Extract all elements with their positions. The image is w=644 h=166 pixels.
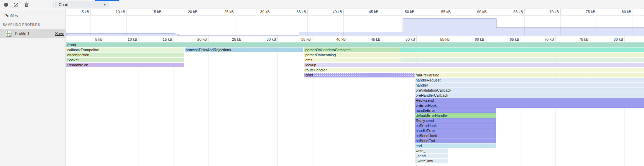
ruler-tick [343, 9, 344, 15]
chevron-down-icon: ▼ [103, 3, 106, 6]
ruler-tick-label: 60 kB [464, 37, 484, 41]
ruler-tick [208, 36, 209, 42]
profile-list-item[interactable]: % Profile 1 Save [0, 29, 66, 38]
profiles-sidebar: Profiles SAMPLING PROFILES % Profile 1 S… [0, 9, 66, 166]
ruler-tick-label: 60 kB [466, 10, 487, 14]
ruler-tick-label: 15 kB [141, 10, 161, 14]
flame-chart[interactable]: (root)callbackTrampolineprocessTicksAndR… [66, 42, 644, 166]
view-mode-selected-label: Chart [59, 2, 68, 7]
flame-bar-onconnection[interactable]: onconnection [66, 53, 184, 57]
ruler-tick-label: 25 kB [221, 37, 241, 41]
gridline [199, 15, 199, 36]
gridline [560, 15, 561, 36]
gridline [90, 15, 91, 36]
gridline [452, 15, 452, 36]
gridline [277, 42, 278, 166]
gridline [243, 42, 243, 166]
profile-name: Profile 1 [15, 31, 30, 36]
ruler-tick-label: 65 kB [503, 10, 523, 14]
flame-bar-onerrorhook[interactable]: onErrorHook [415, 123, 496, 128]
ruler-tick-label: 65 kB [499, 37, 519, 41]
flame-bar-socket[interactable]: Socket [66, 58, 184, 62]
ruler-tick [633, 9, 633, 15]
ruler-tick [555, 36, 556, 42]
flame-bar-runpreparsing[interactable]: runPreParsing [415, 73, 644, 77]
ruler-tick-label: 50 kB [394, 10, 414, 14]
ruler-tick-label: 75 kB [575, 10, 595, 14]
flame-bar-end[interactable]: end [415, 143, 496, 148]
ruler-tick-label: 55 kB [430, 10, 451, 14]
flame-bar[interactable] [401, 47, 644, 52]
flame-bar[interactable] [401, 58, 644, 62]
gridline [126, 15, 127, 36]
gridline [208, 42, 209, 166]
ruler-tick-label: 5 kB [82, 37, 103, 41]
ruler-tick [174, 36, 174, 42]
flame-bar-handler[interactable]: handler [415, 83, 644, 88]
flame-bar-root[interactable]: (root) [66, 42, 644, 47]
toolbar-separator [21, 2, 21, 7]
overview-silhouette [66, 15, 644, 36]
ruler-tick [312, 36, 312, 42]
ruler-tick [524, 9, 525, 15]
ruler-tick [90, 9, 91, 15]
flame-bar-onsendend[interactable]: onSendEnd [415, 138, 496, 143]
flame-bar-reply.send[interactable]: Reply.send [415, 98, 644, 103]
flame-bar-handleerror[interactable]: handleError [415, 128, 496, 133]
flame-bar-onerrorhook[interactable]: onErrorHook [415, 103, 644, 108]
delete-profile-button[interactable] [23, 1, 30, 8]
ruler-tick-label: 70 kB [534, 37, 554, 41]
ruler-tick [416, 36, 417, 42]
clear-icon [13, 2, 18, 7]
ruler-tick-label: 25 kB [214, 10, 234, 14]
ruler-tick-label: 80 kB [603, 37, 623, 41]
ruler-tick-label: 70 kB [539, 10, 559, 14]
flame-bar-processticksandrejections[interactable]: processTicksAndRejections [185, 47, 303, 52]
record-heap-profile-button[interactable] [2, 1, 10, 8]
ruler-tick [126, 9, 127, 15]
flame-bar-child[interactable]: child [304, 73, 415, 77]
flame-bar-handleerror[interactable]: handleError [415, 108, 496, 113]
toolbar-separator [53, 2, 53, 7]
flame-bar-lookup[interactable]: lookup [304, 63, 644, 67]
flame-bar-onsendhook[interactable]: onSendHook [415, 133, 496, 138]
ruler-tick [488, 9, 488, 15]
memory-overview-area[interactable] [66, 15, 644, 36]
flame-bar-prehandlercallback[interactable]: preHandlerCallback [415, 93, 644, 98]
ruler-tick [521, 36, 521, 42]
flame-bar-reply.send[interactable]: Reply.send [415, 118, 496, 123]
flame-bar-readable.on[interactable]: Readable.on [66, 63, 184, 67]
flame-bar-callbacktrampoline[interactable]: callbackTrampoline [66, 47, 184, 52]
ruler-tick [451, 36, 451, 42]
ruler-tick [347, 36, 347, 42]
gridline [343, 15, 344, 36]
ruler-tick-label: 30 kB [250, 10, 270, 14]
gridline [163, 15, 163, 36]
save-profile-link[interactable]: Save [55, 31, 64, 36]
ruler-tick-label: 80 kB [611, 10, 631, 14]
flame-bar-_writeraw[interactable]: _writeRaw [415, 159, 448, 163]
ruler-tick-label: 15 kB [152, 37, 172, 41]
ruler-tick [597, 9, 597, 15]
flame-bar-parseronincoming[interactable]: parserOnIncoming [304, 53, 644, 57]
ruler-tick [104, 36, 104, 42]
ruler-tick [243, 36, 243, 42]
flame-bar-emit[interactable]: emit [304, 58, 401, 62]
overview-ruler: 5 kB10 kB15 kB20 kB25 kB30 kB35 kB40 kB4… [66, 9, 644, 15]
flame-bar-_send[interactable]: _send [415, 154, 448, 158]
flame-bar-prevalidationcallback[interactable]: preValidationCallback [415, 88, 644, 93]
view-mode-select[interactable]: Chart ▼ [55, 1, 109, 8]
gridline [488, 15, 488, 36]
toolbar: Chart ▼ [0, 0, 644, 9]
flame-bar-routehandler[interactable]: routeHandler [304, 68, 644, 72]
ruler-tick [560, 9, 561, 15]
flame-bar-parseronheaderscomplete[interactable]: parserOnHeadersComplete [304, 47, 401, 52]
ruler-tick [199, 9, 199, 15]
ruler-tick-label: 35 kB [286, 10, 306, 14]
clear-profiles-button[interactable] [12, 1, 20, 8]
ruler-tick [307, 9, 308, 15]
flame-bar-write_[interactable]: write_ [415, 148, 448, 153]
flame-bar-handlerequest[interactable]: handleRequest [415, 78, 644, 82]
flame-bar-defaulterrorhandler[interactable]: defaultErrorHandler [415, 113, 496, 118]
ruler-tick-label: 20 kB [187, 37, 207, 41]
